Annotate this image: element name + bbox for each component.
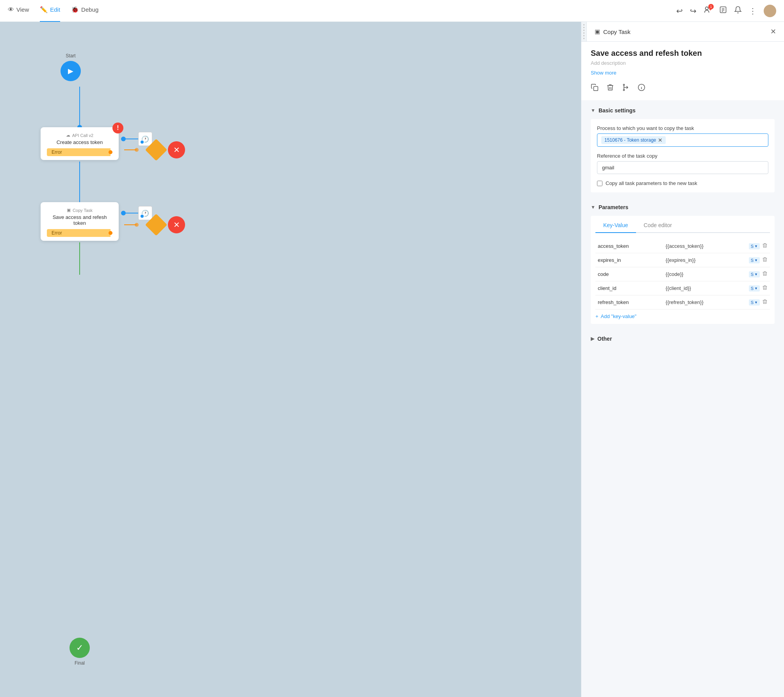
add-kv-plus-icon: + [595, 313, 599, 319]
parameters-header[interactable]: ▼ Parameters [591, 204, 775, 210]
basic-settings-section: ▼ Basic settings Process to which you wa… [581, 103, 784, 198]
process-tag-input[interactable]: 1510676 - Token storage ✕ [597, 133, 768, 147]
undo-button[interactable]: ↩ [676, 6, 683, 16]
kv-val-input-2[interactable] [664, 270, 747, 278]
svg-rect-20 [594, 87, 598, 91]
kv-key-2: code [595, 267, 662, 281]
add-kv-button[interactable]: + Add "key-value" [595, 313, 636, 319]
svg-point-22 [623, 84, 624, 85]
right-panel: ▣ Copy Task ✕ Save access and refesh tok… [581, 22, 784, 697]
other-section: ▶ Other [581, 331, 784, 347]
kv-val-input-4[interactable] [664, 299, 747, 306]
kv-val-input-0[interactable] [664, 242, 747, 250]
node1-error-icon: ! [112, 123, 123, 133]
kv-delete-button-3[interactable] [762, 285, 768, 292]
toolbar-copy-button[interactable] [591, 84, 599, 93]
top-navigation: 👁 View ✏️ Edit 🐞 Debug ↩ ↪ 1 ⋮ [0, 0, 784, 22]
svg-point-11 [135, 148, 139, 152]
toolbar-delete-button[interactable] [606, 84, 614, 93]
panel-description-placeholder: Add description [591, 60, 775, 66]
other-title: Other [597, 336, 612, 342]
node1-x-circle[interactable]: ✕ [168, 141, 185, 158]
node1-title: Create access token [47, 139, 112, 145]
process-tag: 1510676 - Token storage ✕ [601, 136, 666, 144]
node2-card[interactable]: ▣ Copy Task Save access and refesh token… [41, 202, 119, 241]
tab-key-value[interactable]: Key-Value [595, 219, 636, 233]
kv-type-badge-1[interactable]: S ▼ [749, 257, 760, 263]
view-icon: 👁 [8, 6, 14, 13]
kv-key-0: access_token [595, 239, 662, 253]
node1-type-label: API Call v2 [72, 133, 93, 138]
svg-point-21 [623, 89, 624, 91]
panel-header: ▣ Copy Task ✕ [587, 22, 784, 41]
basic-settings-title: Basic settings [599, 107, 636, 114]
svg-point-14 [121, 137, 126, 141]
drag-dot-5 [583, 35, 584, 36]
add-user-button[interactable]: 1 [704, 5, 712, 16]
more-menu-button[interactable]: ⋮ [749, 6, 757, 16]
kv-row-1: expires_in S ▼ [595, 253, 770, 267]
tab-debug[interactable]: 🐞 Debug [71, 0, 98, 22]
drag-dot-6 [583, 38, 584, 39]
kv-key-1: expires_in [595, 253, 662, 267]
reference-label: Reference of the task copy [597, 153, 768, 159]
kv-key-3: client_id [595, 281, 662, 295]
nav-right: ↩ ↪ 1 ⋮ [676, 5, 776, 17]
panel-close-button[interactable]: ✕ [770, 27, 776, 36]
svg-point-0 [706, 7, 708, 10]
canvas-svg [0, 22, 581, 697]
node2-error-dot [109, 231, 112, 235]
kv-type-badge-4[interactable]: S ▼ [749, 299, 760, 306]
tab-code-editor[interactable]: Code editor [636, 219, 680, 233]
kv-delete-button-0[interactable] [762, 243, 768, 249]
debug-icon: 🐞 [71, 6, 79, 13]
kv-val-cell-0: S ▼ [662, 239, 770, 253]
node1-error-dot [109, 150, 112, 154]
basic-settings-header[interactable]: ▼ Basic settings [591, 107, 775, 114]
toolbar-info-button[interactable] [638, 84, 645, 93]
node1-card[interactable]: ☁ API Call v2 Create access token Error … [41, 127, 119, 160]
parameters-content: Key-Value Code editor access_token S ▼ [591, 216, 775, 324]
notification-badge: 1 [708, 4, 714, 9]
node2-type-icon: ▣ [67, 208, 71, 213]
process-tag-remove[interactable]: ✕ [658, 137, 663, 143]
drag-handle[interactable] [581, 22, 587, 41]
canvas[interactable]: Start ▶ ☁ API Call v2 Create access toke… [0, 22, 581, 697]
node2-x-circle[interactable]: ✕ [168, 216, 185, 233]
reference-input[interactable] [597, 161, 768, 174]
nav-tabs: 👁 View ✏️ Edit 🐞 Debug [8, 0, 98, 22]
kv-type-badge-0[interactable]: S ▼ [749, 243, 760, 249]
main-area: Start ▶ ☁ API Call v2 Create access toke… [0, 22, 784, 697]
toolbar-cut-button[interactable] [622, 84, 630, 93]
kv-type-badge-3[interactable]: S ▼ [749, 285, 760, 292]
redo-button[interactable]: ↪ [690, 6, 697, 16]
final-circle[interactable]: ✓ [69, 638, 90, 658]
panel-header-icon: ▣ [595, 28, 600, 35]
bell-button[interactable] [734, 6, 742, 16]
kv-val-cell-4: S ▼ [662, 295, 770, 309]
param-tabs: Key-Value Code editor [595, 219, 770, 233]
kv-delete-button-2[interactable] [762, 271, 768, 277]
node1-header: ☁ API Call v2 [47, 133, 112, 138]
tab-edit-label: Edit [50, 6, 60, 13]
kv-row-3: client_id S ▼ [595, 281, 770, 295]
svg-point-16 [135, 223, 139, 227]
copy-params-label: Copy all task parameters to the new task [606, 180, 697, 186]
kv-delete-button-4[interactable] [762, 299, 768, 306]
copy-params-checkbox[interactable] [597, 181, 602, 186]
kv-table: access_token S ▼ expires_in S ▼ [595, 239, 770, 309]
other-header[interactable]: ▶ Other [591, 336, 775, 342]
kv-type-badge-2[interactable]: S ▼ [749, 271, 760, 277]
svg-rect-1 [720, 7, 726, 13]
kv-delete-button-1[interactable] [762, 257, 768, 263]
kv-val-row-4: S ▼ [664, 299, 768, 306]
tab-edit[interactable]: ✏️ Edit [40, 0, 60, 22]
basic-settings-content: Process to which you want to copy the ta… [591, 119, 775, 192]
show-more-link[interactable]: Show more [591, 70, 617, 76]
start-circle[interactable]: ▶ [61, 61, 81, 81]
kv-val-input-1[interactable] [664, 256, 747, 264]
tab-view[interactable]: 👁 View [8, 0, 29, 22]
kv-val-input-3[interactable] [664, 284, 747, 292]
drag-dot-4 [583, 32, 584, 34]
contacts-button[interactable] [719, 6, 727, 16]
